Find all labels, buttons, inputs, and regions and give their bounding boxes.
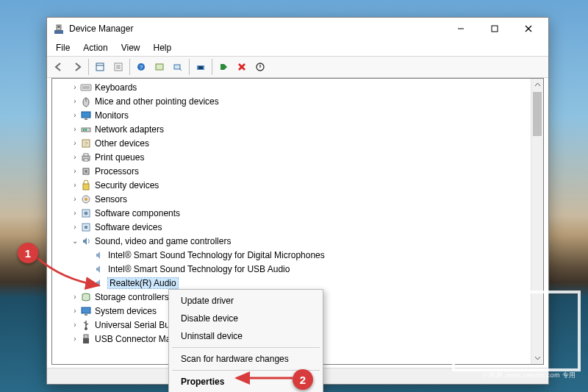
svg-text:?: ? — [140, 64, 143, 71]
svg-rect-2 — [58, 26, 60, 28]
forward-button[interactable] — [68, 58, 86, 76]
svg-text:?: ? — [85, 140, 88, 147]
svg-rect-31 — [83, 129, 85, 131]
tree-device[interactable]: Intel® Smart Sound Technology for Digita… — [57, 248, 543, 262]
svg-rect-36 — [84, 154, 88, 156]
disable-device-button[interactable] — [251, 58, 269, 76]
other-devices-icon: ? — [80, 138, 92, 149]
collapse-icon[interactable]: ⌄ — [70, 237, 80, 245]
svg-rect-29 — [85, 118, 87, 120]
svg-rect-51 — [84, 335, 88, 338]
speaker-icon — [93, 277, 105, 289]
tree-device-selected[interactable]: Realtek(R) Audio — [57, 276, 543, 290]
minimize-button[interactable] — [444, 18, 478, 40]
cm-update-driver[interactable]: Update driver — [171, 292, 321, 310]
tree-category[interactable]: ›Keyboards — [57, 80, 543, 94]
svg-rect-52 — [83, 338, 89, 343]
annotation-badge-1: 1 — [18, 243, 38, 263]
svg-rect-0 — [54, 30, 63, 34]
mouse-icon — [80, 96, 92, 107]
security-icon — [80, 179, 92, 191]
svg-rect-23 — [81, 85, 91, 90]
tree-category[interactable]: ›Software devices — [57, 220, 543, 234]
svg-rect-19 — [220, 64, 224, 70]
scan-hardware-button[interactable] — [169, 58, 187, 76]
menu-action[interactable]: Action — [77, 41, 113, 54]
usb-icon — [80, 319, 92, 331]
svg-rect-28 — [82, 112, 90, 118]
menu-separator — [172, 347, 320, 348]
svg-rect-47 — [82, 307, 90, 313]
maximize-button[interactable] — [478, 18, 512, 40]
tree-category[interactable]: ›Print queues — [57, 150, 543, 164]
menu-bar: File Action View Help — [47, 40, 548, 56]
svg-rect-16 — [174, 65, 180, 69]
tree-category[interactable]: ›Network adapters — [57, 122, 543, 136]
tree-category[interactable]: ›Security devices — [57, 178, 543, 192]
svg-rect-48 — [85, 314, 87, 316]
tree-device[interactable]: Intel® Smart Sound Technology for USB Au… — [57, 262, 543, 276]
desktop-background: Device Manager File Action View Help ? — [0, 0, 588, 392]
help-button[interactable]: ? — [132, 58, 150, 76]
sensor-icon — [80, 193, 92, 205]
svg-rect-39 — [85, 170, 87, 173]
cm-disable-device[interactable]: Disable device — [171, 310, 321, 327]
software-device-icon — [80, 221, 92, 233]
cm-scan-hardware[interactable]: Scan for hardware changes — [171, 350, 321, 368]
speaker-icon — [93, 249, 105, 261]
software-component-icon — [80, 207, 92, 219]
svg-rect-7 — [96, 63, 104, 71]
action-button[interactable] — [151, 58, 168, 76]
svg-rect-18 — [198, 66, 203, 69]
cpu-icon — [80, 165, 92, 177]
svg-point-42 — [85, 198, 87, 201]
tree-category[interactable]: ›Processors — [57, 164, 543, 178]
svg-point-44 — [85, 211, 88, 215]
tree-category[interactable]: ›?Other devices — [57, 136, 543, 150]
title-bar[interactable]: Device Manager — [47, 18, 548, 40]
app-icon — [53, 23, 65, 35]
window-title: Device Manager — [69, 24, 133, 34]
tree-category[interactable]: ›Mice and other pointing devices — [57, 94, 543, 108]
sound-icon — [80, 235, 92, 247]
menu-view[interactable]: View — [115, 41, 146, 54]
network-icon — [80, 124, 92, 135]
enable-device-button[interactable] — [215, 58, 232, 76]
usb-connector-icon — [80, 333, 92, 345]
menu-help[interactable]: Help — [148, 41, 178, 54]
svg-rect-15 — [156, 64, 163, 70]
printer-icon — [80, 152, 92, 163]
storage-icon — [80, 291, 92, 303]
tree-category[interactable]: ›Sensors — [57, 192, 543, 206]
speaker-icon — [93, 263, 105, 275]
scroll-up-button[interactable] — [531, 79, 543, 91]
scroll-thumb[interactable] — [533, 92, 542, 136]
svg-rect-4 — [492, 26, 498, 32]
cm-uninstall-device[interactable]: Uninstall device — [171, 327, 321, 345]
keyboard-icon — [80, 82, 92, 93]
back-button[interactable] — [50, 58, 68, 76]
properties-button[interactable] — [110, 58, 127, 76]
tree-category[interactable]: ›Software components — [57, 206, 543, 220]
svg-rect-46 — [85, 226, 87, 229]
tree-category[interactable]: ›Monitors — [57, 108, 543, 122]
system-icon — [80, 305, 92, 317]
svg-rect-37 — [84, 159, 88, 161]
close-button[interactable] — [512, 18, 545, 40]
monitor-icon — [80, 110, 92, 121]
toolbar: ? — [47, 56, 548, 78]
svg-rect-40 — [83, 184, 89, 190]
svg-rect-32 — [85, 129, 87, 131]
annotation-badge-2: 2 — [293, 369, 313, 390]
uninstall-device-button[interactable] — [233, 58, 251, 76]
update-driver-button[interactable] — [192, 58, 209, 76]
watermark-text: 小闻网 www.xwenw.com 专用 — [482, 371, 576, 380]
tree-category-sound[interactable]: ⌄Sound, video and game controllers — [57, 234, 543, 248]
show-hide-console-tree-button[interactable] — [91, 58, 109, 76]
menu-file[interactable]: File — [50, 41, 76, 54]
watermark-frame — [452, 291, 581, 371]
